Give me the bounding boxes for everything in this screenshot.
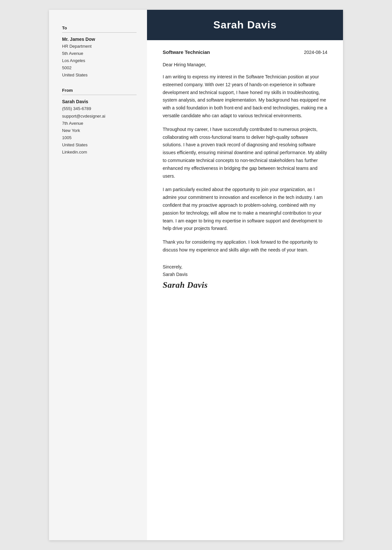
signature-handwritten: Sarah Davis [163,280,327,290]
from-name: Sarah Davis [62,99,137,104]
paragraph-2: Throughout my career, I have successfull… [163,126,327,180]
from-section: From Sarah Davis (555) 345-6789 support@… [62,88,137,156]
closing-text: Sincerely, [163,263,327,271]
from-city: New York [62,127,137,134]
from-country: United States [62,141,137,149]
main-content: Sarah Davis Software Technician 2024-08-… [147,10,343,540]
to-street: 5th Avenue [62,50,137,57]
to-name: Mr. James Dow [62,37,137,42]
to-divider [62,32,137,33]
from-street: 7th Avenue [62,120,137,127]
to-zip: 5002 [62,64,137,72]
from-divider [62,95,137,95]
paragraph-1: I am writing to express my interest in t… [163,73,327,120]
header-banner: Sarah Davis [147,10,343,40]
from-email: support@cvdesigner.ai [62,113,137,120]
paragraph-4: Thank you for considering my application… [163,238,327,254]
closing-block: Sincerely, Sarah Davis Sarah Davis [163,263,327,290]
from-zip: 1005 [62,134,137,141]
from-phone: (555) 345-6789 [62,105,137,112]
page-container: To Mr. James Dow HR Department 5th Avenu… [49,10,343,540]
to-section: To Mr. James Dow HR Department 5th Avenu… [62,25,137,79]
paragraph-3: I am particularly excited about the oppo… [163,186,327,233]
sidebar: To Mr. James Dow HR Department 5th Avenu… [49,10,147,540]
letter-date: 2024-08-14 [304,50,327,55]
job-date-row: Software Technician 2024-08-14 [163,49,327,55]
from-linkedin: Linkedin.com [62,149,137,156]
from-label: From [62,88,137,93]
to-city: Los Angeles [62,57,137,64]
job-title: Software Technician [163,49,210,55]
to-label: To [62,25,137,30]
to-department: HR Department [62,43,137,50]
salutation: Dear Hiring Manager, [163,62,327,67]
closing-name: Sarah Davis [163,272,327,277]
header-full-name: Sarah Davis [213,19,277,31]
to-country: United States [62,72,137,79]
letter-body: Software Technician 2024-08-14 Dear Hiri… [147,40,343,290]
